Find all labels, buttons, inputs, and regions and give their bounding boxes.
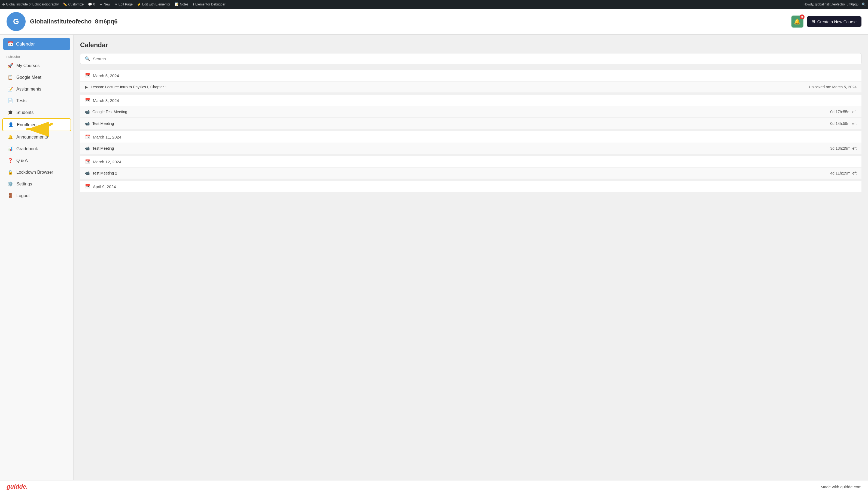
elementor-icon: ⚡ bbox=[137, 2, 141, 6]
assignments-icon: 📝 bbox=[8, 86, 13, 92]
event-left-5: 📹 Test Meeting 2 bbox=[85, 171, 117, 175]
search-input[interactable] bbox=[93, 57, 857, 61]
sidebar-item-lockdown[interactable]: 🔒 Lockdown Browser bbox=[2, 166, 71, 178]
wp-icon: ⊛ bbox=[2, 2, 5, 6]
calendar-group-march5: 📅 March 5, 2024 ▶ Lesson: Lecture: Intro… bbox=[80, 70, 862, 92]
sidebar-item-my-courses[interactable]: 🚀 My Courses bbox=[2, 60, 71, 71]
sidebar-item-tests[interactable]: 📄 Tests bbox=[2, 95, 71, 107]
event-row-google-meet[interactable]: 📹 Google Test Meeting 0d:17h:55m left bbox=[80, 106, 862, 117]
plus-icon: ＋ bbox=[99, 2, 103, 7]
meet-event-icon: 📹 bbox=[85, 110, 90, 114]
made-with-text: Made with guidde.com bbox=[821, 485, 862, 489]
sidebar-item-students[interactable]: 🎓 Students bbox=[2, 107, 71, 119]
header-right: 🔔 9 ⊞ Create a New Course bbox=[792, 16, 862, 27]
calendar-group-march12: 📅 March 12, 2024 📹 Test Meeting 2 4d:11h… bbox=[80, 156, 862, 178]
date-row-march11: 📅 March 11, 2024 bbox=[80, 131, 862, 143]
avatar: G bbox=[6, 12, 26, 31]
sidebar-item-enrollment[interactable]: 👤 Enrollment bbox=[2, 119, 71, 131]
announcements-icon: 🔔 bbox=[8, 134, 13, 140]
admin-bar-comments[interactable]: 💬 0 bbox=[88, 2, 95, 6]
edit-icon: ✏ bbox=[115, 2, 117, 6]
date-row-march8: 📅 March 8, 2024 bbox=[80, 94, 862, 106]
notification-badge: 9 bbox=[800, 15, 804, 19]
admin-bar-wp[interactable]: ⊛ Global Institute of Echocardiography bbox=[2, 2, 59, 6]
calendar-group-march8: 📅 March 8, 2024 📹 Google Test Meeting 0d… bbox=[80, 94, 862, 129]
brush-icon: ✏️ bbox=[63, 2, 67, 6]
event-left-4: 📹 Test Meeting bbox=[85, 146, 114, 151]
logout-icon: 🚪 bbox=[8, 193, 13, 198]
main-layout: 📅 Calendar Instructor 🚀 My Courses 📋 Goo… bbox=[0, 35, 868, 480]
sidebar-item-google-meet[interactable]: 📋 Google Meet bbox=[2, 71, 71, 83]
admin-bar-notes[interactable]: 📝 Notes bbox=[175, 2, 188, 6]
event-time-5: 4d:11h:29m left bbox=[830, 171, 856, 175]
enrollment-icon: 👤 bbox=[8, 122, 14, 127]
admin-bar-edit-page[interactable]: ✏ Edit Page bbox=[115, 2, 133, 6]
meeting-icon-3: 📹 bbox=[85, 171, 90, 175]
event-time-2: 0d:17h:55m left bbox=[830, 110, 856, 114]
rocket-icon: 🚀 bbox=[8, 63, 13, 68]
students-icon: 🎓 bbox=[8, 110, 13, 115]
event-time: Unlocked on: March 5, 2024 bbox=[809, 85, 856, 89]
lock-icon: 🔒 bbox=[8, 170, 13, 175]
sidebar-item-qa[interactable]: ❓ Q & A bbox=[2, 155, 71, 166]
admin-search-icon[interactable]: 🔍 bbox=[862, 2, 866, 6]
bottom-bar: guidde. Made with guidde.com bbox=[0, 480, 868, 493]
sidebar-item-announcements[interactable]: 🔔 Announcements bbox=[2, 131, 71, 143]
sidebar-item-assignments[interactable]: 📝 Assignments bbox=[2, 83, 71, 95]
event-row-test-meeting-3[interactable]: 📹 Test Meeting 2 4d:11h:29m left bbox=[80, 167, 862, 178]
sidebar: 📅 Calendar Instructor 🚀 My Courses 📋 Goo… bbox=[0, 35, 73, 480]
note-icon: 📝 bbox=[175, 2, 179, 6]
event-time-4: 3d:13h:29m left bbox=[830, 146, 856, 151]
calendar-date-icon-4: 📅 bbox=[85, 159, 90, 164]
event-row-test-meeting-1[interactable]: 📹 Test Meeting 0d:14h:59m left bbox=[80, 118, 862, 129]
admin-bar-debugger[interactable]: ℹ Elementor Debugger bbox=[193, 2, 226, 6]
header-username: Globalinstituteofecho_8m6pq6 bbox=[30, 18, 118, 25]
event-left-3: 📹 Test Meeting bbox=[85, 121, 114, 126]
sidebar-item-logout[interactable]: 🚪 Logout bbox=[2, 190, 71, 201]
qa-icon: ❓ bbox=[8, 158, 13, 163]
event-left: ▶ Lesson: Lecture: Intro to Physics I, C… bbox=[85, 85, 167, 89]
calendar-date-icon-5: 📅 bbox=[85, 184, 90, 189]
tests-icon: 📄 bbox=[8, 98, 13, 103]
meeting-icon: 📹 bbox=[85, 121, 90, 126]
sidebar-item-gradebook[interactable]: 📊 Gradebook bbox=[2, 143, 71, 155]
content-area: Calendar 🔍 📅 March 5, 2024 ▶ Lesson: Lec… bbox=[73, 35, 868, 480]
info-icon: ℹ bbox=[193, 2, 194, 6]
calendar-date-icon-2: 📅 bbox=[85, 98, 90, 103]
admin-bar-elementor[interactable]: ⚡ Edit with Elementor bbox=[137, 2, 170, 6]
sidebar-item-settings[interactable]: ⚙️ Settings bbox=[2, 178, 71, 190]
calendar-icon: 📅 bbox=[8, 41, 13, 47]
admin-bar: ⊛ Global Institute of Echocardiography ✏… bbox=[0, 0, 868, 9]
comment-icon: 💬 bbox=[88, 2, 92, 6]
admin-bar-right: Howdy, globalinstituteofecho_8m6pq6 🔍 bbox=[803, 2, 866, 6]
event-time-3: 0d:14h:59m left bbox=[830, 121, 856, 126]
sidebar-item-calendar[interactable]: 📅 Calendar bbox=[3, 38, 70, 50]
guidde-logo: guidde. bbox=[6, 483, 28, 490]
date-row-march5: 📅 March 5, 2024 bbox=[80, 70, 862, 81]
calendar-group-march11: 📅 March 11, 2024 📹 Test Meeting 3d:13h:2… bbox=[80, 131, 862, 154]
admin-bar-username: Howdy, globalinstituteofecho_8m6pq6 bbox=[803, 2, 859, 6]
date-row-april9: 📅 April 9, 2024 bbox=[80, 181, 862, 192]
admin-bar-site-name: Global Institute of Echocardiography bbox=[6, 2, 59, 6]
event-row-test-meeting-2[interactable]: 📹 Test Meeting 3d:13h:29m left bbox=[80, 143, 862, 154]
header: G Globalinstituteofecho_8m6pq6 🔔 9 ⊞ Cre… bbox=[0, 9, 868, 35]
meeting-icon-2: 📹 bbox=[85, 146, 90, 151]
notification-button[interactable]: 🔔 9 bbox=[792, 16, 803, 27]
calendar-date-icon-3: 📅 bbox=[85, 134, 90, 140]
plus-square-icon: ⊞ bbox=[812, 19, 815, 24]
create-course-button[interactable]: ⊞ Create a New Course bbox=[807, 16, 862, 27]
enrollment-wrapper: 👤 Enrollment bbox=[0, 119, 73, 131]
gradebook-icon: 📊 bbox=[8, 146, 13, 151]
meet-icon: 📋 bbox=[8, 75, 13, 80]
page-title: Calendar bbox=[80, 41, 862, 49]
search-bar: 🔍 bbox=[80, 53, 862, 64]
sidebar-section-instructor: Instructor bbox=[0, 52, 73, 60]
admin-bar-new[interactable]: ＋ New bbox=[99, 2, 110, 7]
date-row-march12: 📅 March 12, 2024 bbox=[80, 156, 862, 167]
event-row-lesson[interactable]: ▶ Lesson: Lecture: Intro to Physics I, C… bbox=[80, 81, 862, 92]
settings-icon: ⚙️ bbox=[8, 181, 13, 187]
event-left-2: 📹 Google Test Meeting bbox=[85, 110, 127, 114]
search-icon: 🔍 bbox=[85, 56, 90, 61]
calendar-date-icon: 📅 bbox=[85, 73, 90, 78]
admin-bar-customize[interactable]: ✏️ Customize bbox=[63, 2, 84, 6]
